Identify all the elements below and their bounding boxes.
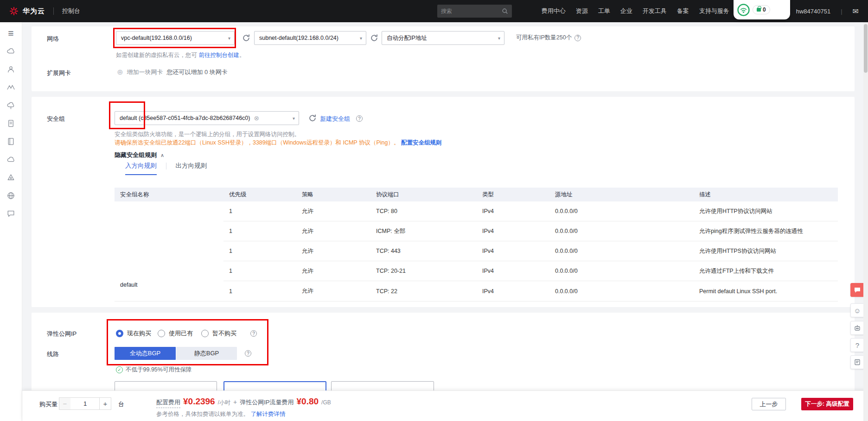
- help-icon[interactable]: ?: [250, 330, 257, 337]
- search-input[interactable]: [441, 8, 499, 14]
- username[interactable]: hw84740751: [796, 8, 830, 15]
- tab-inbound-rules[interactable]: 入方向规则: [125, 162, 157, 175]
- nav-item-support[interactable]: 支持与服务: [699, 7, 729, 15]
- price-summary: 配置费用 ¥0.2396 /小时 + 弹性公网IP流量费用 ¥0.80 /GB: [156, 396, 331, 408]
- cell-protocol-port: TCP: 22: [370, 288, 477, 295]
- vpc-refresh-icon[interactable]: [242, 34, 250, 42]
- traffic-fee-label: 弹性公网IP流量费用: [240, 398, 294, 407]
- new-security-group-link[interactable]: 新建安全组: [320, 115, 350, 123]
- nav-divider: [53, 7, 54, 15]
- menu-icon[interactable]: ≡: [6, 28, 16, 38]
- vpc-select[interactable]: vpc-default(192.168.0.0/16) ▾: [116, 31, 235, 45]
- cell-source: 0.0.0.0/0: [549, 248, 694, 254]
- mail-icon[interactable]: ✉: [853, 7, 859, 16]
- help-icon[interactable]: ?: [850, 338, 864, 352]
- radio-icon[interactable]: [201, 330, 209, 337]
- subnet-select[interactable]: subnet-default(192.168.0.0/24) ▾: [254, 31, 366, 45]
- check-icon: ✓: [116, 366, 123, 373]
- console-link[interactable]: 控制台: [62, 7, 80, 15]
- quantity-minus-button[interactable]: −: [59, 397, 71, 410]
- notebook-icon[interactable]: [6, 136, 16, 146]
- help-icon[interactable]: ?: [245, 350, 251, 357]
- quantity-plus-button[interactable]: +: [99, 397, 111, 410]
- blocked-count-badge[interactable]: 0: [753, 5, 770, 14]
- cell-type: IPv4: [477, 248, 549, 254]
- sg-refresh-icon[interactable]: [308, 114, 317, 122]
- nav-item-billing[interactable]: 费用中心: [542, 7, 566, 15]
- scrollbar-thumb[interactable]: [864, 24, 868, 73]
- huawei-logo[interactable]: 华为云: [9, 6, 45, 16]
- nav-item-tickets[interactable]: 工单: [598, 7, 610, 15]
- config-sg-rules-link[interactable]: 配置安全组规则: [401, 139, 442, 146]
- cloud-icon[interactable]: [6, 154, 16, 164]
- hide-rules-toggle[interactable]: 隐藏安全组规则 ∧: [115, 151, 164, 159]
- next-step-button[interactable]: 下一步: 高级配置: [801, 398, 853, 410]
- sg-group-name: default: [115, 201, 223, 301]
- remove-tag-icon[interactable]: ⊗: [254, 114, 259, 122]
- cell-action: 允许: [296, 267, 370, 275]
- vpc-create-hint: 如需创建新的虚拟私有云，您可 前往控制台创建。: [116, 51, 245, 59]
- nav-item-devtools[interactable]: 开发工具: [643, 7, 667, 15]
- table-row: 1 允许 TCP: 20-21 IPv4 0.0.0.0/0 允许通过FTP上传…: [223, 261, 838, 281]
- radio-icon[interactable]: [158, 330, 165, 337]
- plus-sign: +: [233, 398, 237, 406]
- document-icon[interactable]: [6, 118, 16, 128]
- globe-icon[interactable]: [6, 190, 16, 201]
- help-icon[interactable]: ?: [356, 115, 363, 122]
- cell-priority: 1: [223, 268, 296, 274]
- hint-text: 如需创建新的虚拟私有云，您可: [116, 52, 197, 58]
- previous-step-button[interactable]: 上一步: [752, 398, 786, 410]
- table-row: 1 允许 TCP: 443 IPv4 0.0.0.0/0 允许使用HTTPS协议…: [223, 241, 838, 261]
- add-nic-button[interactable]: 增加一块网卡: [127, 68, 163, 76]
- subnet-refresh-icon[interactable]: [370, 34, 378, 42]
- user-icon[interactable]: [6, 64, 16, 74]
- eip-option-not-now[interactable]: 暂不购买: [201, 329, 236, 338]
- cell-protocol-port: TCP: 80: [370, 208, 477, 214]
- cell-description: Permit default Linux SSH port.: [694, 288, 838, 295]
- security-group-select[interactable]: default (c85ee587-c051-4fcb-a7dc-82b6268…: [115, 111, 299, 125]
- satisfaction-icon[interactable]: ☺: [850, 303, 864, 317]
- sla-text: 不低于99.95%可用性保障: [126, 366, 191, 374]
- cell-type: IPv4: [477, 288, 549, 295]
- pricing-details-link[interactable]: 了解计费详情: [250, 411, 285, 417]
- survey-icon[interactable]: [850, 355, 864, 369]
- rule-tabs: 入方向规则 出方向规则: [125, 162, 207, 175]
- feedback-chat-icon[interactable]: [850, 283, 864, 297]
- cell-priority: 1: [223, 288, 296, 295]
- support-chat-icon[interactable]: [6, 208, 16, 219]
- quantity-input[interactable]: [70, 397, 100, 410]
- security-group-label: 安全组: [47, 115, 65, 123]
- scrollbar-track: [863, 22, 868, 421]
- option-label: 使用已有: [169, 329, 193, 338]
- line-option-dynamic-bgp[interactable]: 全动态BGP: [115, 347, 176, 360]
- cloud-service-icon[interactable]: [6, 100, 16, 110]
- quantity-label: 购买量: [39, 400, 57, 408]
- eip-option-use-existing[interactable]: 使用已有: [158, 329, 193, 338]
- col-header-priority: 优先级: [223, 191, 296, 199]
- chevron-down-icon: ▾: [228, 36, 230, 41]
- nav-item-resources[interactable]: 资源: [576, 7, 588, 15]
- cell-protocol-port: ICMP: 全部: [370, 227, 477, 235]
- add-circle-icon[interactable]: ⊕: [117, 69, 123, 76]
- ip-allocation-select[interactable]: 自动分配IP地址 ▾: [382, 31, 504, 45]
- goto-console-link[interactable]: 前往控制台创建: [198, 52, 239, 58]
- help-icon[interactable]: ?: [574, 35, 581, 41]
- tab-outbound-rules[interactable]: 出方向规则: [176, 162, 207, 174]
- cloud-server-icon[interactable]: [6, 46, 16, 56]
- line-option-static-bgp[interactable]: 静态BGP: [176, 347, 237, 360]
- cell-action: 允许: [296, 227, 370, 235]
- cell-source: 0.0.0.0/0: [549, 208, 694, 214]
- deployment-icon[interactable]: [6, 172, 16, 182]
- nav-item-icp[interactable]: 备案: [677, 7, 689, 15]
- self-service-icon[interactable]: [850, 321, 864, 335]
- eip-option-buy-now[interactable]: 现在购买: [116, 329, 151, 338]
- nav-item-enterprise[interactable]: 企业: [620, 7, 632, 15]
- network-icon[interactable]: [6, 82, 16, 92]
- sg-warning-text: 请确保所选安全组已放通22端口（Linux SSH登录），3389端口（Wind…: [115, 139, 399, 146]
- cell-description: 允许通过FTP上传和下载文件: [694, 267, 838, 275]
- cell-type: IPv4: [477, 268, 549, 274]
- search-icon[interactable]: [502, 8, 508, 14]
- table-header-row: 安全组名称 优先级 策略 协议端口 类型 源地址 描述: [115, 188, 838, 201]
- radio-checked-icon[interactable]: [116, 330, 123, 337]
- speed-gauge-icon[interactable]: [737, 4, 750, 16]
